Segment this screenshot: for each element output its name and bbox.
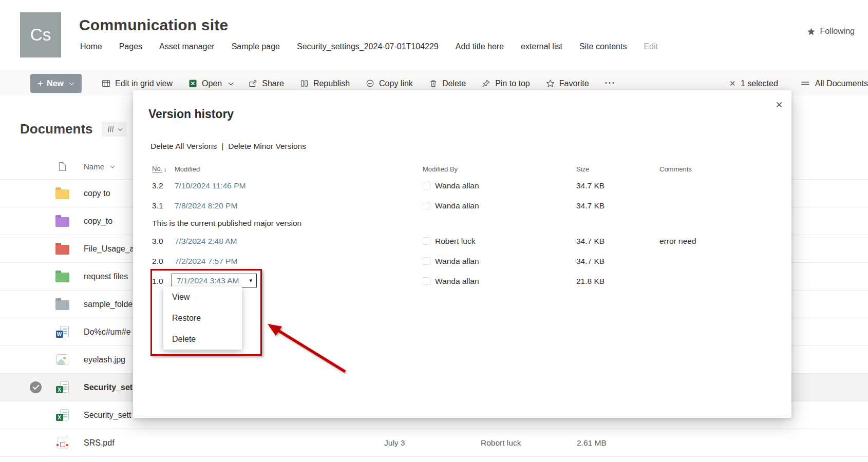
pin-to-top-button[interactable]: Pin to top bbox=[481, 77, 531, 90]
clear-selection-button[interactable]: 1 selected bbox=[729, 78, 778, 89]
presence-checkbox[interactable] bbox=[423, 277, 430, 285]
excel-file-icon bbox=[56, 409, 69, 421]
library-title: Documents bbox=[20, 121, 93, 137]
presence-checkbox[interactable] bbox=[423, 237, 430, 245]
folder-icon bbox=[55, 300, 69, 310]
dialog-title: Version history bbox=[148, 107, 234, 121]
chevron-down-icon bbox=[229, 80, 234, 85]
version-size: 34.7 KB bbox=[576, 176, 659, 196]
folder-icon bbox=[55, 217, 69, 227]
command-bar-items: Edit in grid view Open Share Republish C… bbox=[101, 76, 617, 91]
following-label: Following bbox=[820, 27, 855, 36]
version-modified-by: Wanda allan bbox=[423, 251, 576, 271]
version-date-link[interactable]: 7/2/2024 7:57 PM bbox=[175, 251, 423, 271]
share-button[interactable]: Share bbox=[248, 77, 285, 90]
nav-edit[interactable]: Edit bbox=[644, 42, 658, 51]
nav-site-contents[interactable]: Site contents bbox=[579, 42, 627, 51]
pin-icon bbox=[482, 79, 490, 88]
menu-item-view[interactable]: View bbox=[163, 286, 242, 307]
chevron-down-icon bbox=[118, 126, 122, 130]
version-comments bbox=[659, 251, 776, 271]
divider bbox=[221, 142, 223, 151]
site-nav: Home Pages Asset manager Sample page Sec… bbox=[80, 42, 658, 51]
delete-all-versions-link[interactable]: Delete All Versions bbox=[150, 142, 217, 151]
copy-link-button[interactable]: Copy link bbox=[365, 77, 414, 90]
dropdown-arrow-icon: ▾ bbox=[249, 277, 256, 284]
site-logo[interactable]: Cs bbox=[20, 12, 61, 57]
version-dropdown[interactable]: 7/1/2024 3:43 AM ▾ bbox=[172, 274, 257, 287]
nav-external-list[interactable]: external list bbox=[521, 42, 562, 51]
version-no: 3.0 bbox=[152, 231, 175, 251]
nav-add-title-here[interactable]: Add title here bbox=[456, 42, 504, 51]
view-options-button[interactable]: All Documents bbox=[801, 79, 868, 88]
excel-icon bbox=[188, 79, 197, 88]
library-header: Documents bbox=[20, 121, 126, 137]
version-context-menu: View Restore Delete bbox=[163, 286, 242, 350]
file-modified: July 3 bbox=[377, 438, 474, 448]
version-date-link[interactable]: 7/8/2024 8:20 PM bbox=[175, 196, 423, 216]
word-file-icon bbox=[56, 326, 69, 338]
presence-checkbox[interactable] bbox=[423, 257, 430, 265]
version-size: 21.8 KB bbox=[576, 271, 659, 291]
trash-icon bbox=[429, 79, 438, 88]
copy-link-icon bbox=[366, 79, 374, 88]
republish-button[interactable]: Republish bbox=[299, 77, 351, 90]
delete-minor-versions-link[interactable]: Delete Minor Versions bbox=[228, 142, 306, 151]
version-no: 2.0 bbox=[152, 251, 175, 271]
presence-checkbox[interactable] bbox=[423, 182, 430, 189]
open-button[interactable]: Open bbox=[187, 77, 234, 90]
modified-column-header[interactable]: Modified bbox=[175, 162, 423, 176]
version-size: 34.7 KB bbox=[576, 196, 659, 216]
version-date-link[interactable]: 7/3/2024 2:48 AM bbox=[175, 231, 423, 251]
version-no: 3.2 bbox=[152, 176, 175, 196]
favorite-button[interactable]: Favorite bbox=[545, 77, 590, 90]
grid-icon bbox=[102, 79, 110, 88]
view-selector-button[interactable] bbox=[102, 122, 126, 137]
plus-icon bbox=[37, 78, 43, 89]
excel-file-icon bbox=[56, 381, 69, 393]
following-button[interactable]: Following bbox=[807, 27, 855, 36]
file-modified-by: Robort luck bbox=[474, 438, 570, 448]
comments-column-header[interactable]: Comments bbox=[659, 162, 776, 176]
file-row-srs-pdf[interactable]: SRS.pdf July 3 Robort luck 2.61 MB bbox=[0, 429, 868, 457]
version-modified-by: Robert luck bbox=[423, 231, 576, 251]
size-column-header[interactable]: Size bbox=[576, 162, 659, 176]
more-icon[interactable] bbox=[604, 76, 617, 91]
chevron-down-icon bbox=[110, 164, 115, 168]
version-date-link[interactable]: 7/10/2024 11:46 PM bbox=[175, 176, 423, 196]
presence-checkbox[interactable] bbox=[423, 202, 430, 209]
command-bar-right: 1 selected All Documents bbox=[729, 78, 868, 89]
modified-by-column-header[interactable]: Modified By bbox=[423, 162, 576, 176]
folder-icon bbox=[55, 189, 69, 199]
star-icon bbox=[546, 79, 555, 88]
nav-asset-manager[interactable]: Asset manager bbox=[159, 42, 215, 51]
nav-security-settings[interactable]: Security_settings_2024-07-01T104229 bbox=[297, 42, 439, 51]
version-comments bbox=[659, 196, 776, 216]
close-icon bbox=[729, 78, 735, 89]
edit-in-grid-view-button[interactable]: Edit in grid view bbox=[101, 77, 174, 90]
menu-item-delete[interactable]: Delete bbox=[163, 329, 242, 350]
new-button[interactable]: New bbox=[30, 74, 82, 93]
no-column-header[interactable]: No. ↓ bbox=[152, 162, 175, 176]
sharepoint-page: Cs Communication site Home Pages Asset m… bbox=[0, 0, 868, 462]
republish-icon bbox=[300, 79, 309, 88]
nav-home[interactable]: Home bbox=[80, 42, 102, 51]
site-header: Cs Communication site Home Pages Asset m… bbox=[0, 0, 868, 68]
tiles-view-icon bbox=[106, 125, 115, 133]
share-icon bbox=[249, 79, 257, 88]
version-modified-by: Wanda allan bbox=[423, 196, 576, 216]
version-no: 3.1 bbox=[152, 196, 175, 216]
new-button-label: New bbox=[47, 79, 64, 88]
menu-item-restore[interactable]: Restore bbox=[163, 307, 242, 329]
version-modified-by: Wanda allan bbox=[423, 176, 576, 196]
filter-lines-icon bbox=[801, 79, 810, 88]
nav-pages[interactable]: Pages bbox=[119, 42, 142, 51]
file-name: SRS.pdf bbox=[75, 438, 377, 448]
selected-check-icon bbox=[30, 381, 42, 393]
delete-button[interactable]: Delete bbox=[428, 77, 467, 90]
close-icon[interactable] bbox=[770, 95, 788, 114]
nav-sample-page[interactable]: Sample page bbox=[232, 42, 280, 51]
row-selection-checkbox[interactable] bbox=[22, 381, 49, 393]
following-star-icon bbox=[807, 27, 816, 36]
version-comments: error need bbox=[659, 231, 776, 251]
